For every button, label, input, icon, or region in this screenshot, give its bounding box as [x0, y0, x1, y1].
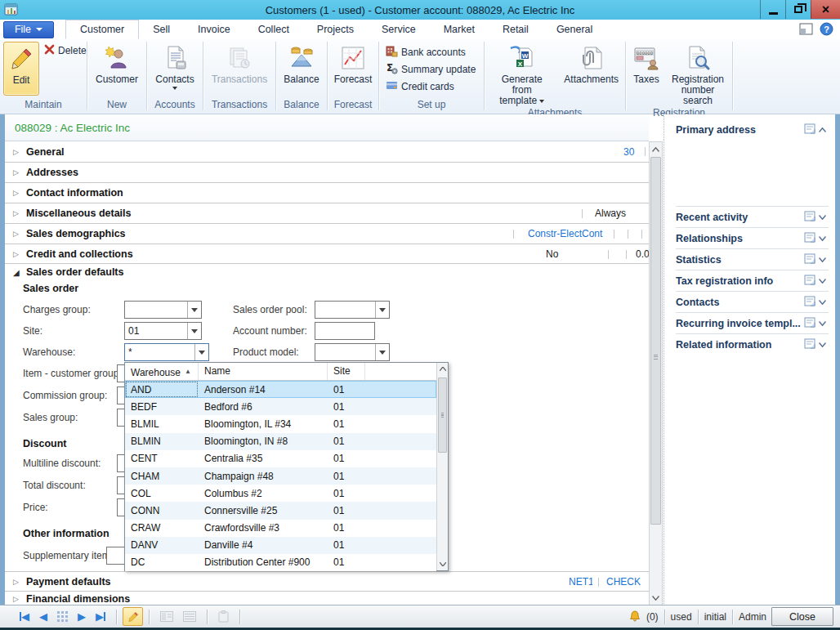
column-header-warehouse[interactable]: Warehouse▲ — [125, 363, 199, 380]
factbox-collapsed[interactable]: Tax registration info — [676, 270, 829, 291]
grid-view-icon[interactable] — [57, 611, 68, 622]
previous-record-button[interactable]: ◀ — [39, 610, 47, 623]
first-record-button[interactable]: ◀ — [20, 610, 29, 623]
summary-update-button[interactable]: Σ Summary update — [382, 60, 480, 78]
balance-button[interactable]: Balance — [280, 42, 322, 86]
notification-count[interactable]: (0) — [646, 611, 659, 623]
file-menu-button[interactable]: File — [3, 21, 54, 38]
lookup-row[interactable]: CRAW Crawfordsville #3 01 — [125, 520, 436, 537]
main-scrollbar[interactable] — [649, 141, 663, 605]
lookup-row[interactable]: BEDF Bedford #6 01 — [125, 398, 436, 415]
factbox-collapsed[interactable]: Relationships — [676, 227, 829, 248]
close-button[interactable]: Close — [771, 607, 833, 626]
chevron-down-icon[interactable] — [815, 321, 829, 326]
chevron-down-icon[interactable] — [815, 236, 829, 241]
registration-number-search-button[interactable]: Registration number search — [667, 42, 729, 107]
customer-button[interactable]: Customer — [92, 42, 141, 86]
column-header-name[interactable]: Name — [199, 363, 328, 380]
scroll-up-icon[interactable] — [437, 363, 448, 375]
factbox-window-icon[interactable] — [804, 211, 815, 224]
chevron-down-icon[interactable] — [815, 300, 829, 305]
minimize-button[interactable] — [760, 0, 785, 19]
scrollbar-thumb[interactable] — [438, 378, 447, 453]
chevron-down-icon[interactable] — [815, 257, 829, 262]
lookup-row[interactable]: CENT Centralia #35 01 — [125, 450, 436, 467]
generate-from-template-button[interactable]: WX Generate from template — [488, 42, 556, 107]
factbox-window-icon[interactable] — [804, 123, 815, 136]
scrollbar-thumb[interactable] — [650, 157, 661, 525]
partition-label[interactable]: initial — [704, 611, 726, 623]
section-credit-and-collections[interactable]: ▷ Credit and collections No 0.00 — [5, 244, 649, 264]
chevron-down-icon[interactable] — [187, 323, 201, 339]
section-financial-dimensions[interactable]: ▷ Financial dimensions — [5, 592, 649, 605]
edit-mode-button[interactable] — [123, 607, 143, 626]
factbox-collapsed[interactable]: Statistics — [676, 248, 829, 270]
bank-accounts-button[interactable]: Bank accounts — [382, 43, 480, 60]
lookup-row[interactable]: DANV Danville #4 01 — [125, 537, 436, 554]
ribbon-tab[interactable]: Customer — [65, 20, 139, 39]
chevron-down-icon[interactable] — [815, 279, 829, 284]
restore-button[interactable] — [785, 0, 811, 19]
last-record-button[interactable]: ▶ — [96, 610, 105, 623]
contacts-button[interactable]: Contacts — [152, 42, 197, 91]
credit-cards-button[interactable]: Credit cards — [382, 78, 480, 95]
taxes-button[interactable]: 000000 Taxes — [629, 42, 664, 86]
help-icon[interactable]: ? — [820, 22, 833, 38]
chevron-down-icon[interactable] — [815, 342, 829, 347]
chevron-down-icon[interactable] — [187, 302, 201, 318]
lookup-row[interactable]: COL Columbus #2 01 — [125, 485, 436, 502]
section-contact-information[interactable]: ▷ Contact information — [5, 183, 649, 203]
section-payment-defaults[interactable]: ▷ Payment defaults NET10 CHECK — [5, 571, 649, 592]
section-addresses[interactable]: ▷ Addresses — [5, 163, 649, 183]
ribbon-tab[interactable]: Service — [368, 20, 430, 39]
delete-button[interactable]: Delete — [41, 42, 90, 59]
lookup-row[interactable]: BLMIN Bloomington, IN #8 01 — [125, 433, 436, 450]
scroll-up-icon[interactable] — [650, 143, 662, 155]
factbox-window-icon[interactable] — [804, 253, 815, 266]
chevron-down-icon[interactable] — [375, 344, 389, 360]
lookup-row[interactable]: BLMIL Bloomington, IL #34 01 — [125, 415, 436, 432]
lookup-row[interactable]: CHAM Champaign #48 01 — [125, 467, 436, 485]
factbox-collapsed[interactable]: Related information — [676, 333, 829, 355]
ribbon-tab[interactable]: Collect — [244, 20, 303, 39]
chevron-down-icon[interactable] — [194, 344, 208, 360]
section-general[interactable]: ▷ General 30 — [5, 141, 649, 163]
section-miscellaneous-details[interactable]: ▷ Miscellaneous details Always — [5, 203, 649, 224]
lookup-row[interactable]: CONN Connersville #25 01 — [125, 502, 436, 519]
factbox-window-icon[interactable] — [804, 296, 815, 309]
factbox-window-icon[interactable] — [804, 317, 815, 330]
chevron-up-icon[interactable] — [815, 127, 829, 132]
factbox-collapsed[interactable]: Recurring invoice templ... — [676, 312, 829, 333]
chevron-down-icon[interactable] — [375, 302, 389, 318]
edit-button[interactable]: Edit — [3, 42, 39, 96]
lookup-row[interactable]: DC Distribution Center #900 01 — [125, 554, 436, 571]
ribbon-tab[interactable]: Projects — [303, 20, 368, 39]
notifications-bell-icon[interactable] — [628, 610, 641, 623]
chevron-down-icon[interactable] — [815, 215, 829, 220]
lookup-scrollbar[interactable] — [436, 363, 448, 570]
close-window-button[interactable]: × — [811, 0, 840, 19]
column-header-site[interactable]: Site — [328, 363, 365, 380]
site-combo[interactable]: 01 — [124, 322, 202, 340]
factbox-window-icon[interactable] — [804, 338, 815, 351]
factbox-collapsed[interactable]: Recent activity — [676, 206, 829, 227]
next-record-button[interactable]: ▶ — [78, 610, 86, 623]
factbox-collapsed[interactable]: Contacts — [676, 291, 829, 312]
company-label[interactable]: used — [671, 611, 692, 623]
ribbon-tab[interactable]: Market — [430, 20, 489, 39]
ribbon-tab[interactable]: Sell — [139, 20, 184, 39]
scroll-down-icon[interactable] — [437, 558, 448, 570]
scroll-down-icon[interactable] — [650, 592, 662, 604]
sales-order-pool-combo[interactable] — [315, 301, 390, 319]
account-number-input[interactable] — [315, 322, 375, 340]
ribbon-tab[interactable]: General — [543, 20, 606, 39]
ribbon-tab[interactable]: Invoice — [184, 20, 244, 39]
section-sales-demographics[interactable]: ▷ Sales demographics Constr-ElectCont — [5, 224, 649, 244]
section-sales-order-defaults[interactable]: ◢ Sales order defaults — [5, 264, 649, 280]
layout-icon[interactable] — [799, 23, 813, 38]
warehouse-combo[interactable]: * — [124, 343, 209, 361]
factbox-window-icon[interactable] — [804, 232, 815, 245]
product-model-combo[interactable] — [315, 343, 390, 361]
ribbon-tab[interactable]: Retail — [489, 20, 543, 39]
lookup-row[interactable]: AND Anderson #14 01 — [125, 381, 436, 398]
